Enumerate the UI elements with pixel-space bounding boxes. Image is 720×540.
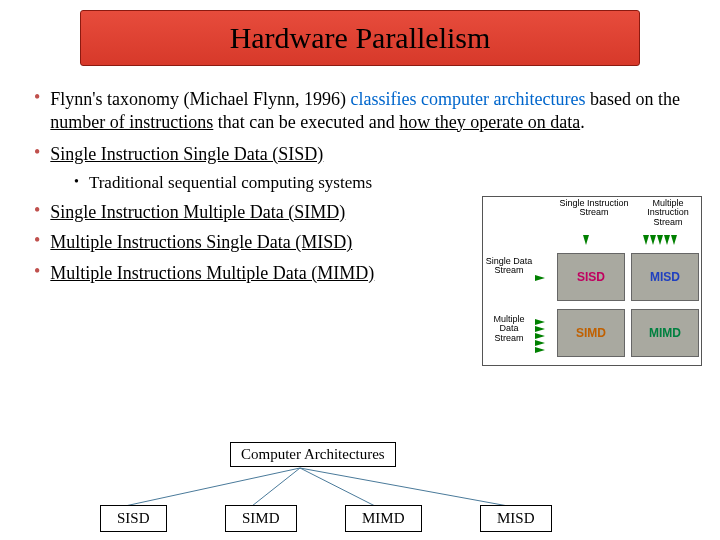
title-container: Hardware Parallelism [0, 0, 720, 80]
intro-pre: Flynn's taxonomy (Michael Flynn, 1996) [50, 89, 350, 109]
architecture-tree: Computer Architectures SISD SIMD MIMD MI… [40, 442, 600, 532]
tree-leaf-mimd: MIMD [345, 505, 422, 532]
svg-line-2 [300, 468, 375, 506]
bullet-intro: • Flynn's taxonomy (Michael Flynn, 1996)… [34, 88, 690, 133]
svg-line-3 [300, 468, 508, 506]
fig-cell-simd: SIMD [557, 309, 625, 357]
tree-leaf-simd: SIMD [225, 505, 297, 532]
flynn-taxonomy-figure: Single Instruction Stream Multiple Instr… [482, 196, 702, 366]
arrow-down-multi-icon [643, 235, 677, 249]
tree-leaf-sisd: SISD [100, 505, 167, 532]
fig-cell-sisd: SISD [557, 253, 625, 301]
bullet-dot-icon: • [34, 201, 40, 224]
bullet-dot-icon: • [34, 88, 40, 133]
intro-u2: how they operate on data [399, 112, 580, 132]
intro-end: . [580, 112, 585, 132]
arrow-right-icon [535, 275, 545, 281]
intro-mid: based on the [585, 89, 679, 109]
sisd-label: Single Instruction Single Data (SISD) [50, 143, 323, 166]
intro-u1: number of instructions [50, 112, 213, 132]
svg-line-0 [125, 468, 300, 506]
fig-col1-label: Single Instruction Stream [559, 199, 629, 218]
arrow-down-icon [583, 235, 589, 249]
intro-text: Flynn's taxonomy (Michael Flynn, 1996) c… [50, 88, 690, 133]
tree-leaf-misd: MISD [480, 505, 552, 532]
bullet-dot-icon: • [34, 231, 40, 254]
bullet-dot-icon: • [34, 262, 40, 285]
misd-label: Multiple Instructions Single Data (MISD) [50, 231, 352, 254]
bullet-sisd: • Single Instruction Single Data (SISD) [34, 143, 690, 166]
intro-mid2: that can be executed and [213, 112, 399, 132]
fig-row1-label: Single Data Stream [485, 257, 533, 276]
bullet-dot-icon: • [34, 143, 40, 166]
title-bar: Hardware Parallelism [80, 10, 640, 66]
intro-link: classifies computer architectures [351, 89, 586, 109]
bullet-sisd-sub: • Traditional sequential computing syste… [74, 172, 690, 193]
bullet-dot-icon: • [74, 174, 79, 193]
simd-label: Single Instruction Multiple Data (SIMD) [50, 201, 345, 224]
fig-cell-misd: MISD [631, 253, 699, 301]
fig-col2-label: Multiple Instruction Stream [633, 199, 703, 227]
fig-cell-mimd: MIMD [631, 309, 699, 357]
slide-title: Hardware Parallelism [89, 21, 631, 55]
mimd-label: Multiple Instructions Multiple Data (MIM… [50, 262, 374, 285]
arrow-right-multi-icon [535, 319, 545, 353]
sisd-sub-text: Traditional sequential computing systems [89, 172, 372, 193]
fig-row2-label: Multiple Data Stream [485, 315, 533, 343]
tree-root: Computer Architectures [230, 442, 396, 467]
